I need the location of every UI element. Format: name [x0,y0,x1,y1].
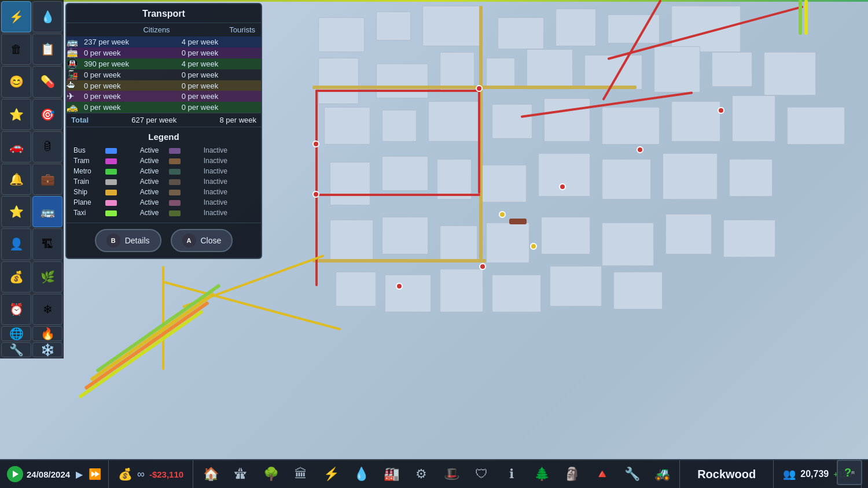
bottom-toolbar: 24/08/2024 ▶ ⏩ 💰 ∞ -$23,110 🏠 🛣 🌳 🏛 ⚡ 💧 … [0,459,868,488]
sidebar-btn-star[interactable]: ⭐ [1,99,31,130]
bottom-icon-park[interactable]: 🌳 [258,461,284,487]
sidebar-btn-road[interactable]: 🚗 [1,131,31,162]
sidebar-btn-time[interactable]: ⏰ [1,294,31,325]
bottom-icon-power[interactable]: ⚡ [318,461,344,487]
legend-active-label-metro: Active [138,166,167,176]
bus-tourists: 4 per week [182,36,261,47]
sidebar-btn-alert[interactable]: 🔔 [1,164,31,195]
sidebar-btn-districts[interactable]: ⭐ [1,196,31,227]
sidebar-btn-resources[interactable]: 🛢 [32,131,62,162]
legend-row-plane: Plane Active Inactive [71,197,256,208]
bottom-icon-road2[interactable]: 🛣 [228,461,253,487]
transport-table: Citizens Tourists 🚌 237 per week 4 per w… [67,23,261,113]
sidebar-btn-electricity[interactable]: ⚡ [1,1,31,32]
legend-active-label-plane: Active [138,197,167,208]
sidebar-btn-tools[interactable]: 🔧 [1,342,31,357]
legend-active-swatch-bus [103,145,138,156]
bottom-icon-shield[interactable]: 🛡 [469,461,494,487]
plane-tourists: 0 per week [182,91,261,102]
legend-active-swatch-train [103,176,138,187]
sidebar-btn-freeze[interactable]: ❄️ [32,342,62,357]
transport-row-taxi: 🚕 0 per week 0 per week [67,102,261,113]
bottom-icon-pickup[interactable]: 🚜 [649,461,675,487]
legend-title: Legend [71,132,256,142]
legend-inactive-label-tram: Inactive [201,156,256,166]
legend-row-train: Train Active Inactive [71,176,256,187]
help-button[interactable]: ? R [837,460,862,485]
sidebar-btn-globe[interactable]: 🌐 [1,326,31,341]
sidebar-btn-waste[interactable]: 🗑 [1,34,31,65]
sidebar-btn-transport[interactable]: 🚌 [32,196,62,227]
legend-active-swatch-plane [103,197,138,208]
legend-name-plane: Plane [71,197,103,208]
details-button[interactable]: B Details [95,229,161,252]
close-label: Close [201,236,222,245]
tourists-col-header: Tourists [182,23,261,36]
legend-name-ship: Ship [71,187,103,197]
plane-icon: ✈ [67,91,84,102]
legend-name-taxi: Taxi [71,208,103,218]
legend-inactive-label-plane: Inactive [201,197,256,208]
sidebar-btn-economy[interactable]: 💼 [32,164,62,195]
city-name-section: Rockwood [679,460,774,488]
sidebar-btn-info[interactable]: 📋 [32,34,62,65]
legend-inactive-swatch-plane [167,197,201,208]
fast-forward-button[interactable]: ▶ [73,468,85,481]
train-icon: 🚂 [67,69,84,80]
sidebar-btn-snow[interactable]: ❄ [32,294,62,325]
legend-inactive-swatch-train [167,176,201,187]
bottom-icon-triangle[interactable]: 🔺 [589,461,615,487]
panel-buttons: B Details A Close [67,223,261,258]
close-button[interactable]: A Close [171,229,233,252]
sidebar-btn-nature[interactable]: 🌿 [32,261,62,293]
legend-name-train: Train [71,176,103,187]
bottom-icon-zone[interactable]: 🏠 [198,461,223,487]
play-button[interactable] [7,466,23,482]
tram-citizens: 0 per week [84,47,182,58]
sidebar-btn-happiness[interactable]: 😊 [1,66,31,97]
sidebar-btn-citizens[interactable]: 👤 [1,228,31,260]
legend-rows: Bus Active Inactive Tram Active Inactive… [71,145,256,218]
sidebar-btn-health[interactable]: 💊 [32,66,62,97]
legend-active-label-bus: Active [138,145,167,156]
transport-row-ship: ⛴ 0 per week 0 per week [67,80,261,91]
bottom-icon-tree[interactable]: 🌲 [529,461,554,487]
bottom-icon-info2[interactable]: ℹ [499,461,524,487]
sidebar-btn-policy[interactable]: 🎯 [32,99,62,130]
ship-citizens: 0 per week [84,80,182,91]
bottom-icon-hat[interactable]: 🎩 [439,461,464,487]
transport-row-bus: 🚌 237 per week 4 per week [67,36,261,47]
taxi-tourists: 0 per week [182,102,261,113]
ship-tourists: 0 per week [182,80,261,91]
population-icon: 👥 [783,468,796,480]
total-label: Total [71,116,89,124]
total-citizens: 627 per week [131,116,176,124]
sidebar-btn-buildings[interactable]: 🏗 [32,228,62,260]
legend-inactive-swatch-taxi [167,208,201,218]
city-name: Rockwood [697,468,756,481]
legend-inactive-label-train: Inactive [201,176,256,187]
legend-active-swatch-tram [103,156,138,166]
transport-row-metro: 🚇 390 per week 4 per week [67,58,261,69]
bottom-icon-service[interactable]: 🏛 [288,461,314,487]
legend-inactive-swatch-bus [167,145,201,156]
bottom-icon-gear[interactable]: ⚙ [409,461,434,487]
bottom-icon-industry[interactable]: 🏭 [378,461,404,487]
happiness-section: ⚠ [862,460,868,488]
legend-name-bus: Bus [71,145,103,156]
bus-icon: 🚌 [67,36,84,47]
bottom-icon-monument[interactable]: 🗿 [559,461,584,487]
money-section: 💰 ∞ -$23,110 [109,460,193,488]
legend-active-label-train: Active [138,176,167,187]
metro-tourists: 4 per week [182,58,261,69]
sidebar-btn-finance[interactable]: 💰 [1,261,31,293]
sidebar-btn-water[interactable]: 💧 [32,1,62,32]
bottom-icon-water2[interactable]: 💧 [348,461,374,487]
legend-inactive-label-bus: Inactive [201,145,256,156]
bottom-icon-wrench[interactable]: 🔧 [619,461,645,487]
sidebar-btn-heat[interactable]: 🔥 [32,326,62,341]
transport-total-row: Total 627 per week 8 per week [67,113,261,127]
legend-inactive-swatch-metro [167,166,201,176]
transport-row-plane: ✈ 0 per week 0 per week [67,91,261,102]
plane-citizens: 0 per week [84,91,182,102]
